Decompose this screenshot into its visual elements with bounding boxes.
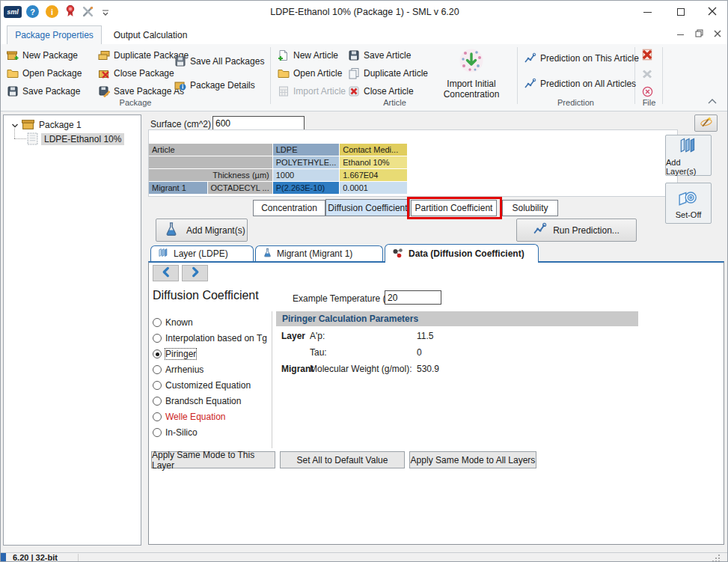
radio-circle [153, 365, 162, 374]
tab-solubility[interactable]: Solubility [502, 200, 558, 216]
tools-icon [82, 5, 94, 20]
close-article-button[interactable]: Close Article [348, 85, 414, 98]
tree-node-package[interactable]: Package 1 [39, 120, 82, 130]
save-article-label: Save Article [364, 50, 411, 61]
surface-input[interactable] [212, 116, 305, 130]
qat-customize-button[interactable] [102, 8, 109, 19]
flask-icon [164, 222, 179, 239]
status-version: 6.20 | 32-bit [13, 553, 58, 562]
radio-welle-equation[interactable]: Welle Equation [153, 411, 226, 423]
new-article-button[interactable]: New Article [278, 49, 338, 62]
license-button[interactable] [64, 4, 76, 20]
ribbon-collapse-button[interactable] [707, 97, 718, 107]
close-icon [708, 7, 717, 18]
add-layers-button[interactable]: Add Layer(s) [665, 135, 712, 176]
prediction-all-articles-button[interactable]: Prediction on All Articles [524, 77, 636, 91]
subtab-migrant[interactable]: Migrant (Migrant 1) [255, 245, 383, 261]
grid-cell-layer-thickness[interactable]: 1000 [272, 168, 340, 181]
tab-output-calculation[interactable]: Output Calculation [103, 25, 198, 44]
grid-cell-diffusion-selected[interactable]: P(2.263E-10) [272, 181, 340, 194]
radio-brandsch-equation[interactable]: Brandsch Equation [153, 395, 241, 407]
article-grid: Article LDPE Contact Medi... POLYETHYLE.… [149, 130, 408, 195]
save-article-button[interactable]: Save Article [348, 49, 411, 62]
window-minimize-button[interactable] [633, 1, 661, 23]
save-all-packages-button[interactable]: Save All Packages [174, 55, 264, 68]
grid-cell-contact-volume[interactable]: 1.667E04 [340, 168, 408, 181]
duplicate-article-button[interactable]: Duplicate Article [348, 67, 428, 80]
grid-cell-blank-gray [149, 156, 272, 168]
help-icon: ? [26, 5, 39, 18]
set-off-button[interactable]: Set-Off [665, 183, 712, 224]
save-package-as-button[interactable]: Save Package As [98, 85, 184, 98]
package-details-button[interactable]: Package Details [174, 79, 255, 92]
resize-grip[interactable] [712, 554, 721, 562]
document-minimize-button[interactable] [672, 28, 688, 41]
apply-same-mode-all-layers-button[interactable]: Apply Same Mode to All Layers [409, 451, 536, 468]
tree-expand-toggle[interactable] [11, 121, 19, 132]
save-package-button[interactable]: Save Package [7, 85, 80, 98]
grid-cell-layer-name[interactable]: LDPE [272, 143, 340, 156]
param-mw-label: Molecular Weight (g/mol): [310, 364, 412, 374]
set-all-default-button[interactable]: Set All to Default Value [280, 451, 405, 468]
article-grid-container: Article LDPE Contact Medi... POLYETHYLE.… [148, 129, 678, 197]
radio-circle [153, 318, 162, 327]
grid-cell-contact-header[interactable]: Contact Medi... [340, 143, 408, 156]
tab-partition-coefficient[interactable]: Partition Coefficient [411, 200, 497, 216]
wizard-button[interactable] [694, 114, 718, 132]
status-divider [78, 554, 79, 562]
example-temperature-input[interactable] [385, 290, 441, 305]
save-package-as-icon [98, 85, 110, 97]
help-button[interactable]: ? [26, 5, 39, 18]
tree-node-article[interactable]: LDPE-Ethanol 10% [41, 133, 124, 145]
grid-cell-article-header[interactable]: Article [149, 143, 272, 156]
file-close-button[interactable] [640, 47, 652, 61]
radio-known[interactable]: Known [153, 317, 193, 329]
group-separator [270, 47, 271, 104]
new-article-label: New Article [293, 50, 338, 61]
import-initial-line1: Import Initial [447, 79, 495, 89]
apply-same-mode-this-layer-button[interactable]: Apply Same Mode to This Layer [151, 451, 275, 468]
radio-arrhenius[interactable]: Arrhenius [153, 364, 204, 376]
flask-icon [263, 248, 272, 260]
subtab-data[interactable]: Data (Diffusion Coefficient) [385, 244, 539, 263]
grid-cell-migrant-label[interactable]: Migrant 1 [149, 181, 207, 194]
open-article-label: Open Article [293, 68, 342, 79]
about-button[interactable]: i [46, 5, 58, 18]
radio-in-silico[interactable]: In-Silico [153, 427, 198, 439]
package-details-label: Package Details [190, 80, 255, 91]
open-article-button[interactable]: Open Article [278, 67, 342, 80]
import-article-label: Import Article [293, 86, 346, 97]
grid-cell-migrant-name[interactable]: OCTADECYL ... [207, 181, 272, 194]
grip-dots-icon [712, 554, 721, 562]
prediction-this-article-button[interactable]: Prediction on This Article [524, 52, 639, 65]
radio-known-label: Known [165, 317, 193, 328]
radio-customized-equation[interactable]: Customized Equation [153, 379, 251, 391]
radio-piringer[interactable]: Piringer [153, 348, 196, 360]
window-close-button[interactable] [698, 1, 727, 23]
open-package-button[interactable]: Open Package [7, 67, 82, 80]
new-package-icon [7, 49, 19, 61]
grid-cell-partition-value[interactable]: 0.0001 [340, 181, 408, 194]
radio-interpolation-tg[interactable]: Interpolation based on Tg [153, 332, 267, 344]
close-package-button[interactable]: Close Package [98, 67, 174, 80]
grid-cell-contact-name[interactable]: Ethanol 10% [340, 156, 408, 168]
params-header: Piringer Calculation Parameters [276, 311, 638, 326]
grid-cell-layer-material[interactable]: POLYETHYLE... [272, 156, 340, 168]
document-restore-button[interactable] [691, 28, 707, 41]
back-button[interactable] [153, 265, 179, 281]
tab-diffusion-coefficient[interactable]: Diffusion Coefficient [325, 199, 410, 216]
new-package-button[interactable]: New Package [7, 49, 78, 62]
subtab-layer[interactable]: Layer (LDPE) [150, 245, 254, 261]
forward-button[interactable] [182, 265, 208, 281]
window-maximize-button[interactable] [667, 1, 695, 23]
tab-package-properties[interactable]: Package Properties [7, 25, 102, 44]
package-group-label: Package [1, 98, 270, 107]
tools-button[interactable] [82, 5, 94, 20]
save-all-packages-label: Save All Packages [190, 56, 264, 67]
document-close-button[interactable] [709, 28, 726, 41]
add-migrants-button[interactable]: Add Migrant(s) [156, 219, 248, 242]
exit-button[interactable] [642, 85, 654, 99]
tab-concentration[interactable]: Concentration [253, 200, 325, 216]
radio-piringer-label: Piringer [165, 349, 196, 359]
run-prediction-button[interactable]: Run Prediction... [516, 219, 637, 242]
